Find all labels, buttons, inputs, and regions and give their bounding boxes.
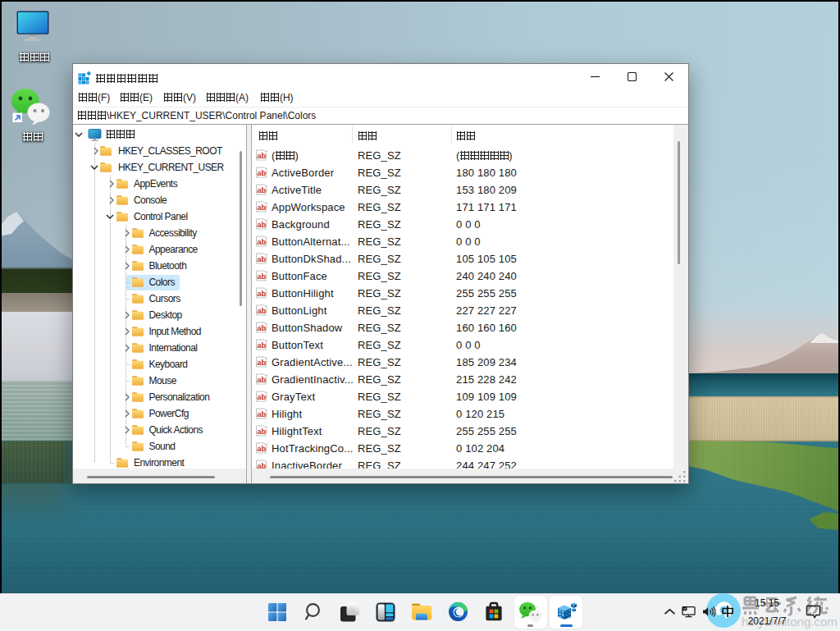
svg-text:ab: ab bbox=[257, 306, 266, 315]
svg-text:ab: ab bbox=[257, 444, 266, 453]
svg-text:ab: ab bbox=[257, 392, 266, 401]
svg-text:ab: ab bbox=[257, 254, 266, 263]
svg-text:ab: ab bbox=[257, 203, 266, 212]
svg-text:ab: ab bbox=[257, 289, 266, 298]
svg-text:ab: ab bbox=[257, 323, 266, 332]
svg-text:ab: ab bbox=[257, 272, 266, 281]
svg-text:ab: ab bbox=[257, 341, 266, 350]
svg-text:ab: ab bbox=[257, 461, 266, 469]
svg-text:ab: ab bbox=[257, 358, 266, 367]
svg-text:ab: ab bbox=[257, 185, 266, 194]
svg-text:ab: ab bbox=[257, 237, 266, 246]
svg-text:ab: ab bbox=[257, 151, 266, 160]
svg-text:ab: ab bbox=[257, 168, 266, 177]
svg-text:ab: ab bbox=[257, 427, 266, 436]
svg-text:ab: ab bbox=[257, 409, 266, 418]
svg-text:ab: ab bbox=[257, 375, 266, 384]
svg-text:ab: ab bbox=[257, 220, 266, 229]
